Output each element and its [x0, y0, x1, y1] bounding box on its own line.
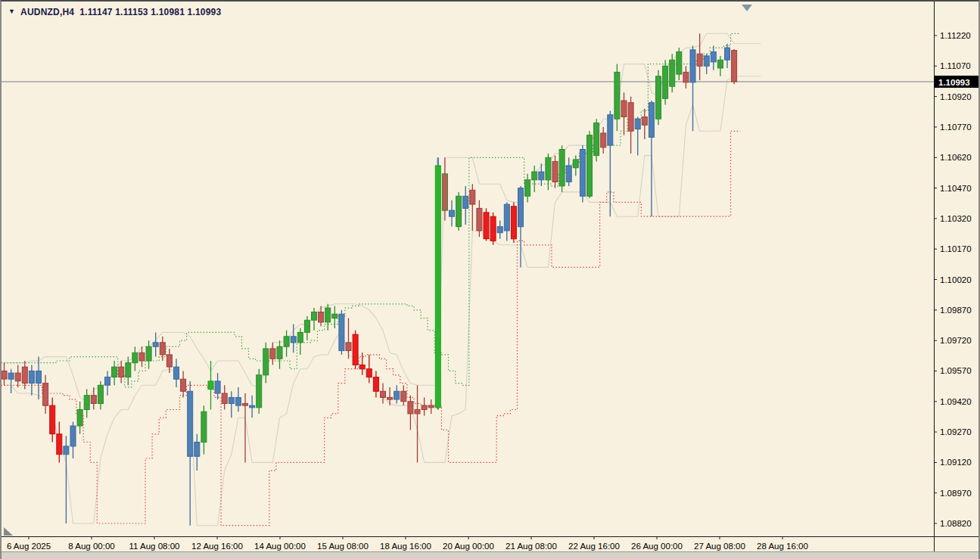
candle-body — [697, 54, 702, 66]
candle-body — [297, 332, 303, 342]
price-tick-label: 1.10470 — [940, 184, 972, 193]
price-tick-label: 1.11220 — [940, 31, 971, 40]
candle-body — [160, 343, 165, 355]
candle-body — [8, 373, 14, 379]
candles — [2, 33, 737, 525]
candle-body — [408, 402, 413, 414]
candle-body — [401, 391, 406, 401]
gray-channel-lower-line — [5, 76, 761, 526]
candle-body — [194, 443, 200, 457]
candle-body — [497, 227, 502, 233]
price-tick-label: 1.09870 — [940, 306, 972, 315]
candle-body — [559, 150, 565, 186]
candle-body — [339, 314, 344, 350]
price-tick-label: 1.10920 — [940, 92, 972, 101]
time-axis[interactable]: 6 Aug 20258 Aug 00:0011 Aug 08:0012 Aug … — [7, 536, 808, 551]
candle-body — [435, 166, 440, 408]
candle-body — [621, 101, 627, 117]
candle-body — [525, 180, 530, 196]
candle-body — [57, 434, 62, 455]
candle-body — [15, 373, 20, 381]
support-dotted-line — [2, 131, 740, 525]
candle-body — [704, 56, 709, 66]
candle-body — [635, 119, 640, 129]
price-tick-label: 1.09270 — [940, 427, 972, 436]
candle-body — [725, 48, 730, 60]
candle-body — [614, 72, 620, 119]
price-tick-label: 1.09420 — [940, 397, 972, 406]
candle-body — [381, 391, 386, 397]
time-tick-label: 20 Aug 00:00 — [443, 542, 494, 551]
time-tick-label: 12 Aug 16:00 — [191, 542, 243, 551]
candle-body — [166, 355, 172, 367]
candle-body — [670, 60, 675, 86]
candle-body — [91, 396, 96, 404]
price-tick-label: 1.09720 — [940, 336, 972, 345]
ohlc-readout: 1.11147 1.11153 1.10981 1.10993 — [79, 7, 221, 17]
time-tick-label: 22 Aug 16:00 — [568, 542, 620, 551]
price-tick-label: 1.09570 — [940, 366, 972, 375]
symbol-dropdown-icon[interactable]: ▼ — [8, 8, 15, 15]
candle-body — [717, 60, 723, 68]
history-start-marker — [4, 527, 13, 536]
price-chart[interactable]: 1.112201.110701.109201.107701.106201.104… — [2, 2, 980, 559]
candle-body — [511, 207, 516, 239]
candle-body — [312, 312, 317, 321]
price-tick-label: 1.10020 — [940, 275, 972, 284]
candle-body — [415, 410, 420, 414]
candle-body — [98, 385, 103, 403]
candle-body — [490, 216, 496, 241]
time-tick-label: 15 Aug 08:00 — [317, 542, 369, 551]
candle-body — [112, 367, 117, 377]
price-tick-label: 1.08970 — [940, 489, 972, 498]
resistance-dotted-line — [2, 33, 740, 387]
candle-body — [243, 403, 248, 405]
candle-body — [222, 393, 227, 403]
candle-body — [174, 367, 179, 379]
candle-body — [270, 349, 275, 359]
time-tick-label: 21 Aug 08:00 — [506, 542, 557, 551]
price-tick-label: 1.10770 — [940, 123, 972, 132]
candle-body — [201, 411, 207, 442]
candle-body — [50, 405, 55, 434]
candle-body — [601, 133, 606, 148]
bid-price-badge-label: 1.10993 — [938, 78, 970, 87]
time-tick-label: 11 Aug 08:00 — [129, 542, 180, 551]
candle-body — [663, 66, 668, 98]
candle-body — [215, 381, 220, 393]
price-tick-label: 1.09120 — [940, 458, 972, 467]
candle-body — [690, 50, 695, 82]
symbol-period-label: AUDNZD,H4 — [20, 7, 74, 17]
chart-shift-marker[interactable] — [742, 5, 752, 11]
candle-body — [119, 367, 124, 377]
time-tick-label: 18 Aug 16:00 — [380, 542, 431, 551]
candle-body — [422, 405, 427, 409]
candle-body — [504, 204, 509, 231]
candle-body — [387, 397, 393, 399]
price-tick-label: 1.10170 — [940, 244, 972, 253]
candle-body — [677, 52, 682, 75]
candle-body — [442, 174, 447, 210]
candle-body — [566, 166, 571, 182]
window-bottom-edge — [2, 551, 978, 559]
time-tick-label: 27 Aug 08:00 — [694, 542, 745, 551]
price-tick-label: 1.10320 — [940, 214, 972, 223]
candle-body — [146, 346, 151, 361]
candle-body — [284, 337, 289, 346]
candle-body — [353, 334, 358, 365]
plot-area[interactable] — [2, 33, 934, 525]
time-tick-label: 6 Aug 2025 — [7, 542, 51, 551]
candle-body — [649, 103, 654, 138]
price-axis[interactable]: 1.112201.110701.109201.107701.106201.104… — [934, 31, 980, 528]
candle-body — [394, 391, 400, 399]
price-tick-label: 1.08820 — [940, 519, 972, 528]
candle-body — [484, 213, 489, 239]
candle-body — [64, 446, 69, 455]
price-tick-label: 1.11070 — [940, 61, 971, 70]
time-tick-label: 14 Aug 00:00 — [254, 542, 306, 551]
candle-body — [70, 426, 76, 446]
candle-body — [463, 196, 468, 208]
price-tick-label: 1.10620 — [940, 153, 972, 162]
candle-body — [291, 337, 296, 343]
candle-body — [539, 172, 544, 180]
